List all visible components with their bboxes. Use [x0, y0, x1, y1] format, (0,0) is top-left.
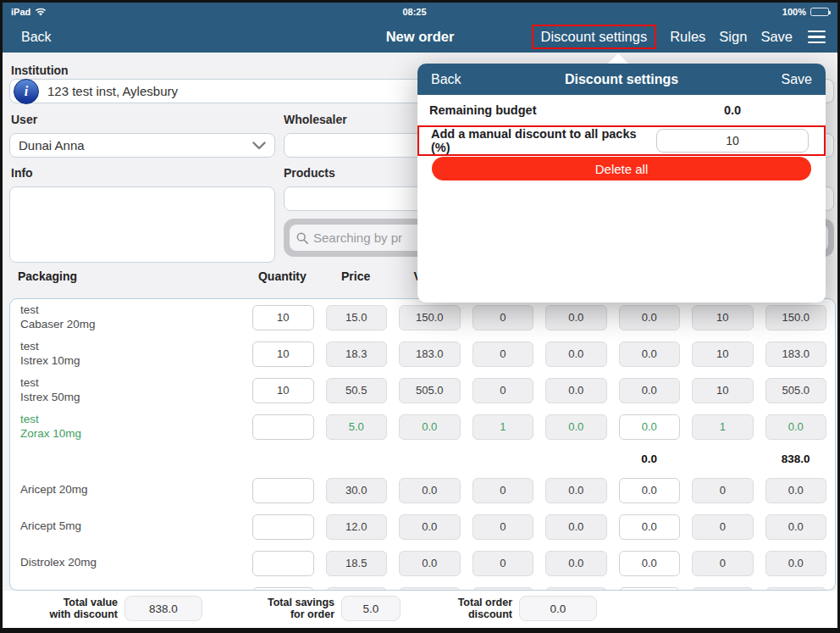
rules-button[interactable]: Rules — [670, 29, 705, 45]
value-cell: 0.0 — [765, 551, 827, 576]
table-row: Aricept 5mg12.00.000.00.000.0 — [10, 508, 835, 545]
remaining-budget-value: 0.0 — [656, 103, 809, 117]
search-placeholder: Searching by pr — [313, 230, 402, 245]
value-cell: 10 — [692, 305, 754, 330]
battery-icon — [810, 8, 829, 16]
value-cell: 1 — [692, 414, 754, 440]
products-label: Products — [284, 166, 335, 180]
popover-title: Discount settings — [417, 72, 826, 87]
value-cell: 505.0 — [765, 378, 827, 403]
quantity-input[interactable] — [252, 478, 314, 503]
delete-all-button[interactable]: Delete all — [432, 157, 811, 180]
header-packaging: Packaging — [18, 269, 240, 283]
value-cell: 0.0 — [545, 414, 607, 440]
save-button[interactable]: Save — [760, 29, 793, 45]
value-cell: 50.5 — [326, 378, 388, 403]
quantity-input[interactable] — [252, 414, 314, 440]
quantity-input[interactable] — [252, 378, 314, 403]
subtotal-discount: 0.0 — [619, 453, 681, 465]
institution-value: 123 test inst, Aylesbury — [47, 84, 178, 98]
info-icon[interactable]: i — [14, 79, 39, 104]
order-table: testCabaser 20mg15.0150.000.00.010150.0t… — [9, 298, 836, 591]
user-select[interactable]: Dunai Anna — [9, 133, 275, 158]
value-cell: 0.0 — [399, 478, 461, 503]
value-cell: 0 — [472, 478, 534, 503]
product-name: testCabaser 20mg — [19, 303, 240, 331]
subtotal-row: 0.0838.0 — [10, 445, 835, 472]
total-value-label: Total valuewith discount — [18, 597, 118, 621]
value-cell: 150.0 — [399, 305, 461, 330]
value-cell: 0.0 — [399, 551, 461, 576]
value-cell: 18.3 — [326, 341, 388, 367]
value-cell: 0.0 — [545, 514, 607, 540]
value-cell: 15.0 — [326, 305, 388, 330]
product-name: Aricept 20mg — [19, 483, 240, 497]
info-label: Info — [11, 166, 33, 180]
popover-back-button[interactable]: Back — [431, 72, 461, 87]
total-savings-label: Total savingsfor order — [245, 597, 334, 621]
value-cell: 0 — [692, 551, 754, 576]
value-cell: 0.0 — [619, 414, 681, 440]
value-cell: 0.0 — [619, 341, 681, 367]
quantity-input[interactable] — [252, 341, 314, 367]
quantity-input[interactable] — [252, 514, 314, 540]
wifi-icon — [35, 8, 47, 17]
nav-bar: Back New order Discount settings Rules S… — [3, 21, 837, 53]
quantity-input[interactable] — [252, 551, 314, 576]
product-name: Distrolex 20mg — [19, 556, 240, 569]
value-cell: 0 — [472, 514, 534, 540]
value-cell: 1 — [472, 414, 534, 440]
value-cell: 5.0 — [326, 414, 388, 440]
manual-discount-label: Add a manual discount to all packs (%) — [431, 127, 656, 154]
back-button[interactable]: Back — [13, 26, 60, 48]
manual-discount-input[interactable] — [656, 129, 809, 153]
battery-percent: 100% — [782, 7, 806, 17]
subtotal-value: 838.0 — [765, 453, 827, 465]
discount-settings-button[interactable]: Discount settings — [532, 25, 657, 49]
table-row: testIstrex 10mg18.3183.000.00.010183.0 — [10, 336, 835, 372]
value-cell: 0.0 — [619, 514, 681, 540]
table-row: Aricept 20mg30.00.000.00.000.0 — [10, 472, 835, 508]
value-cell: 0 — [472, 305, 534, 330]
status-bar: iPad 08:25 100% — [3, 3, 837, 21]
value-cell: 10 — [692, 341, 754, 367]
total-savings-box: 5.0 — [341, 596, 401, 621]
value-cell: 0.0 — [399, 414, 461, 440]
value-cell: 0.0 — [545, 551, 607, 576]
value-cell: 0.0 — [399, 514, 461, 540]
product-name: testZorax 10mg — [19, 413, 240, 441]
order-table-body: testCabaser 20mg15.0150.000.00.010150.0t… — [10, 299, 835, 591]
value-cell: 0.0 — [619, 305, 681, 330]
table-row: Distrolex 20mg18.50.000.00.000.0 — [10, 545, 835, 581]
table-row: testIstrex 50mg50.5505.000.00.010505.0 — [10, 372, 835, 408]
value-cell: 183.0 — [399, 341, 461, 367]
product-name: testIstrex 10mg — [19, 340, 240, 368]
value-cell: 12.0 — [326, 514, 388, 540]
header-price: Price — [325, 269, 387, 283]
value-cell: 18.5 — [326, 551, 388, 576]
value-cell: 0 — [692, 478, 754, 503]
menu-icon[interactable] — [806, 29, 827, 46]
quantity-input[interactable] — [252, 305, 314, 330]
value-cell: 0 — [692, 514, 754, 540]
value-cell: 0.0 — [765, 478, 827, 503]
value-cell: 183.0 — [765, 341, 827, 367]
chevron-down-icon — [252, 142, 266, 150]
manual-discount-row: Add a manual discount to all packs (%) — [417, 125, 826, 156]
value-cell: 30.0 — [326, 478, 388, 503]
value-cell: 0.0 — [545, 378, 607, 403]
value-cell: 0.0 — [619, 551, 681, 576]
value-cell: 0.0 — [619, 378, 681, 403]
app-window: iPad 08:25 100% Back New order Discount … — [0, 0, 840, 633]
sign-button[interactable]: Sign — [719, 29, 747, 45]
popover-save-button[interactable]: Save — [782, 72, 812, 87]
info-textarea[interactable] — [9, 186, 275, 263]
value-cell: 10 — [692, 378, 754, 403]
total-discount-label: Total orderdiscount — [438, 597, 512, 621]
popover-header: Back Discount settings Save — [417, 64, 826, 95]
value-cell: 0.0 — [765, 514, 827, 540]
status-time: 08:25 — [402, 7, 426, 17]
order-form: Institution i 123 test inst, Aylesbury U… — [3, 53, 837, 591]
user-value: Dunai Anna — [19, 138, 85, 153]
table-row: Distrolex 10mg20.00.000.00.000.0 — [10, 581, 835, 591]
